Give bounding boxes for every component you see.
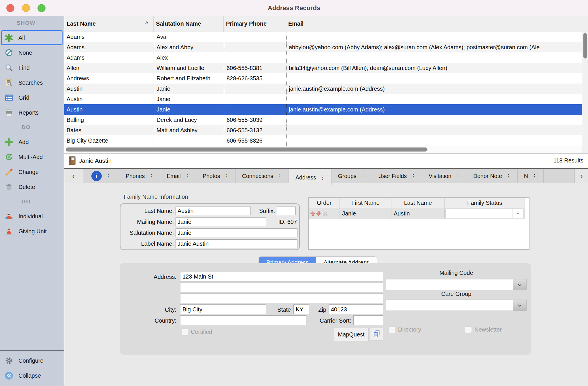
- table-cell: [224, 32, 286, 42]
- carrier-sort-field[interactable]: [353, 315, 383, 325]
- move-down-icon[interactable]: [316, 211, 321, 216]
- app-window: Address Records SHOWAllNoneFindSearchesG…: [0, 0, 588, 386]
- sidebar-item-configure[interactable]: Configure: [0, 353, 64, 368]
- sidebar-item-individual[interactable]: Individual: [0, 209, 64, 224]
- city-field[interactable]: [180, 304, 266, 314]
- tab-menu-dots-icon[interactable]: ⋮: [506, 173, 511, 179]
- tab-groups[interactable]: Groups⋮: [332, 169, 372, 183]
- column-header-primary-phone[interactable]: Primary Phone: [224, 16, 286, 32]
- address-line1-field[interactable]: [180, 272, 383, 281]
- label-name-field[interactable]: [176, 239, 297, 248]
- reports-icon: [4, 108, 14, 118]
- vertical-scrollbar[interactable]: [582, 32, 588, 153]
- table-row[interactable]: BallingDerek and Lucy606-555-3039: [64, 115, 582, 125]
- table-row[interactable]: AustinJanie: [64, 94, 582, 104]
- table-row[interactable]: AdamsAlex: [64, 52, 582, 63]
- sidebar-item-reports[interactable]: Reports: [0, 105, 64, 120]
- member-first-name-cell[interactable]: Janie: [340, 208, 391, 219]
- directory-label: Directory: [398, 326, 421, 333]
- tab-address[interactable]: Address⋮: [289, 169, 332, 186]
- column-header-last-name[interactable]: Last Name ^: [64, 16, 154, 32]
- tab-menu-dots-icon[interactable]: ⋮: [149, 173, 154, 179]
- sidebar-item-delete[interactable]: Delete: [0, 179, 64, 194]
- tab-n[interactable]: N⋮: [518, 169, 544, 183]
- tab-menu-dots-icon[interactable]: ⋮: [455, 173, 460, 179]
- table-cell: Andrews: [64, 73, 154, 84]
- table-row[interactable]: AustinJaniejanie.austin@example.com (Add…: [64, 104, 582, 115]
- table-row[interactable]: AllenWilliam and Lucille606-555-8381bill…: [64, 63, 582, 73]
- tab-menu-dots-icon[interactable]: ⋮: [224, 173, 229, 179]
- family-members-table: Order First Name Last Name Family Status: [308, 197, 529, 250]
- country-field[interactable]: [180, 315, 306, 325]
- table-cell: [286, 135, 582, 146]
- chevron-down-icon[interactable]: [513, 279, 526, 290]
- mailing-code-dropdown[interactable]: [386, 279, 527, 290]
- tab-menu-dots-icon[interactable]: ⋮: [411, 173, 416, 179]
- mapquest-button[interactable]: MapQuest: [334, 328, 369, 341]
- chevron-down-icon[interactable]: [513, 300, 526, 311]
- horizontal-scrollbar-thumb[interactable]: [66, 147, 427, 152]
- table-row[interactable]: BatesMatt and Ashley606-555-3132: [64, 125, 582, 135]
- tab-phones[interactable]: Phones⋮: [119, 169, 160, 183]
- tab-menu-dots-icon[interactable]: ⋮: [277, 173, 282, 179]
- minimize-button[interactable]: [22, 4, 30, 12]
- certified-checkbox[interactable]: [181, 329, 188, 336]
- close-button[interactable]: [6, 4, 14, 12]
- tab-menu-dots-icon[interactable]: ⋮: [185, 173, 190, 179]
- tab-connections[interactable]: Connections⋮: [236, 169, 289, 183]
- family-member-row[interactable]: Janie Austin: [309, 208, 529, 219]
- last-name-field[interactable]: [176, 207, 251, 215]
- sidebar-item-searches[interactable]: Searches: [0, 75, 64, 90]
- tab-menu-dots-icon[interactable]: ⋮: [361, 173, 365, 179]
- zip-field[interactable]: [329, 304, 383, 314]
- address-line2-field[interactable]: [180, 283, 383, 292]
- table-row[interactable]: AdamsAva: [64, 32, 582, 42]
- address-line3-field[interactable]: [180, 294, 383, 303]
- move-up-icon[interactable]: [310, 211, 315, 216]
- sidebar-item-find[interactable]: Find: [0, 60, 64, 75]
- directory-checkbox[interactable]: [389, 326, 395, 333]
- horizontal-scrollbar[interactable]: [64, 146, 582, 153]
- tab-menu-dots-icon[interactable]: ⋮: [532, 173, 537, 179]
- tab-info[interactable]: i ⋮: [83, 169, 119, 183]
- table-row[interactable]: AndrewsRobert and Elizabeth828-626-3535: [64, 73, 582, 84]
- sidebar-item-grid[interactable]: Grid: [0, 90, 64, 105]
- tabs-scroll-forward-button[interactable]: ›: [574, 169, 588, 183]
- sidebar-item-giving-unit[interactable]: Giving Unit: [0, 224, 64, 239]
- sidebar-item-multi-add[interactable]: Multi-Add: [0, 150, 64, 164]
- sidebar-item-none[interactable]: None: [0, 45, 64, 60]
- mailing-name-field[interactable]: [176, 217, 266, 226]
- sidebar-item-add[interactable]: Add: [0, 135, 64, 150]
- tab-email[interactable]: Email⋮: [160, 169, 196, 183]
- sort-ascending-icon[interactable]: ^: [146, 20, 148, 27]
- tab-visitation[interactable]: Visitation⋮: [422, 169, 467, 183]
- tab-user-fields[interactable]: User Fields⋮: [372, 169, 423, 183]
- newsletter-checkbox[interactable]: [465, 326, 472, 333]
- vertical-scrollbar-thumb[interactable]: [583, 33, 587, 58]
- sidebar-item-collapse[interactable]: Collapse: [0, 368, 64, 383]
- member-last-name-cell[interactable]: Austin: [391, 208, 445, 219]
- table-row[interactable]: AdamsAlex and Abbyabbylou@yahoo.com (Abb…: [64, 42, 582, 52]
- chevron-down-icon[interactable]: [512, 209, 523, 218]
- tab-menu-dots-icon[interactable]: ⋮: [320, 175, 325, 181]
- zoom-button[interactable]: [37, 4, 46, 12]
- column-header-salutation-name[interactable]: Salutation Name: [154, 16, 224, 32]
- tab-donor-note[interactable]: Donor Note⋮: [467, 169, 518, 183]
- tabs-scroll-back-button[interactable]: ‹: [64, 169, 83, 183]
- care-group-dropdown[interactable]: [386, 300, 527, 311]
- copy-address-button[interactable]: [370, 328, 383, 340]
- tab-photos[interactable]: Photos⋮: [196, 169, 236, 183]
- column-header-email[interactable]: Email: [286, 16, 588, 32]
- table-cell: 606-555-3039: [224, 115, 286, 125]
- table-row[interactable]: Big City Gazette606-555-8826: [64, 135, 582, 146]
- suffix-field[interactable]: [277, 207, 296, 215]
- sidebar-item-label: Add: [18, 139, 29, 145]
- sidebar-item-all[interactable]: All: [1, 30, 63, 45]
- sidebar-item-change[interactable]: Change: [0, 164, 64, 179]
- table-row[interactable]: AustinJaniejanie.austin@example.com (Add…: [64, 84, 582, 94]
- family-status-dropdown[interactable]: [445, 209, 523, 218]
- title-bar: Address Records: [0, 0, 588, 16]
- tab-menu-dots-icon[interactable]: ⋮: [106, 173, 111, 179]
- salutation-name-field[interactable]: [176, 228, 297, 237]
- detach-scissors-icon[interactable]: [323, 211, 328, 216]
